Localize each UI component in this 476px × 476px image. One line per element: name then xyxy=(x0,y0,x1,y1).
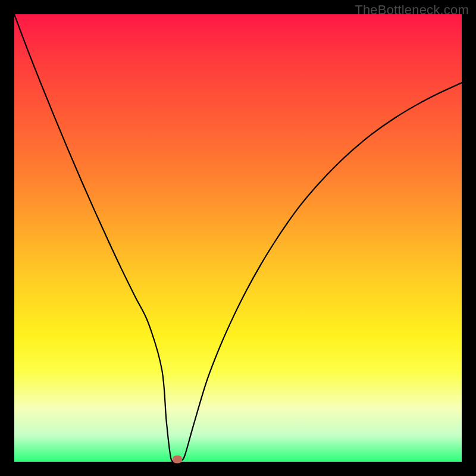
chart-frame: TheBottleneck.com xyxy=(0,0,476,476)
plot-area xyxy=(14,14,462,462)
watermark-text: TheBottleneck.com xyxy=(355,2,469,18)
bottleneck-curve xyxy=(14,14,462,462)
bottleneck-point-marker xyxy=(173,456,182,464)
